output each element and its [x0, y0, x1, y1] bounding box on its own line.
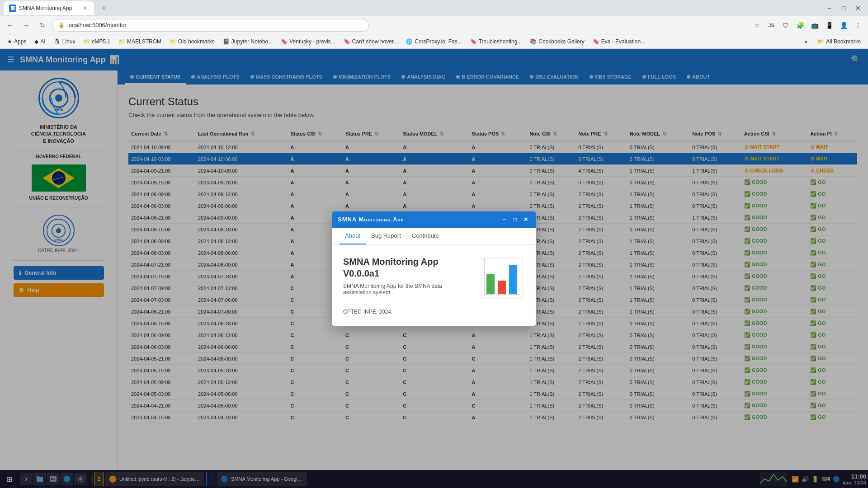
bookmarks-bar: ★ Apps ◆ AI 🐧 Linux 📁 cMP5.1 📁 MAELSTROM… — [0, 34, 868, 49]
bookmark-ai-label: AI — [40, 38, 45, 45]
browser-titlebar: 📊 SMNA Monitoring App ✕ + − □ ✕ — [0, 0, 868, 16]
modal-copyright: CPTEC-INPE, 2024. — [343, 309, 471, 315]
ventusky-icon: 🔖 — [281, 38, 288, 45]
bookmark-cmp-label: cMP5.1 — [92, 38, 110, 45]
modal-chart-svg — [480, 256, 525, 301]
bookmark-maelstrom-label: MAELSTROM — [127, 38, 161, 45]
modal-chart — [480, 256, 525, 301]
ai-icon: ◆ — [34, 38, 38, 45]
bookmark-apps-label: Apps — [14, 38, 26, 45]
bookmark-cors-label: CorsProxy.io: Fas... — [415, 38, 462, 45]
bookmark-linux[interactable]: 🐧 Linux — [50, 38, 79, 46]
bookmark-hover-label: Can't show hover... — [352, 38, 398, 45]
maximize-button[interactable]: □ — [837, 2, 850, 14]
all-bookmarks-label: All Bookmarks — [826, 38, 861, 45]
tab-favicon: 📊 — [9, 5, 16, 12]
folder-icon-2: 📁 — [118, 38, 125, 45]
modal-maximize-button[interactable]: □ — [510, 215, 519, 224]
modal-tab-about[interactable]: About — [340, 228, 366, 244]
modal-overlay[interactable]: SMNA Monitoring App − □ ✕ About Bug Repo… — [0, 49, 868, 488]
svg-rect-9 — [486, 274, 495, 294]
bookmark-old[interactable]: 📁 Old bookmarks — [166, 38, 218, 46]
all-bookmarks-button[interactable]: 📂 All Bookmarks — [814, 38, 864, 46]
new-tab-button[interactable]: + — [98, 2, 110, 14]
linux-icon: 🐧 — [54, 38, 61, 45]
address-bar[interactable]: 🔒 localhost:5006/monitor — [52, 19, 369, 32]
bookmark-cors[interactable]: 🌐 CorsProxy.io: Fas... — [402, 38, 465, 46]
cookbooks-icon: 📚 — [530, 38, 537, 45]
bookmark-star-icon[interactable]: ☆ — [750, 19, 763, 32]
profile-icon[interactable]: 👤 — [837, 19, 850, 32]
hover-icon: 🔖 — [344, 38, 350, 45]
cast-icon[interactable]: 📺 — [808, 19, 821, 32]
browser-tab[interactable]: 📊 SMNA Monitoring App ✕ — [4, 1, 94, 15]
lock-icon: 🔒 — [58, 22, 65, 28]
eva-icon: 🔖 — [593, 38, 599, 45]
adblock-icon[interactable]: 🛡 — [779, 19, 792, 32]
modal-controls: − □ ✕ — [500, 215, 530, 224]
cors-icon: 🌐 — [406, 38, 413, 45]
url-text: localhost:5006/monitor — [67, 22, 127, 28]
troubleshoot-icon: 🔖 — [470, 38, 477, 45]
bookmark-eva-label: Eva - Evaluation... — [601, 38, 645, 45]
extensions-icon[interactable]: 🧩 — [794, 19, 807, 32]
bookmark-cookbooks-label: Cookbooks Gallery — [538, 38, 584, 45]
svg-rect-11 — [509, 265, 517, 294]
forward-button[interactable]: → — [20, 19, 33, 32]
browser-chrome: 📊 SMNA Monitoring App ✕ + − □ ✕ ← → ↻ 🔒 … — [0, 0, 868, 49]
bookmark-ventusky[interactable]: 🔖 Ventusky - previs... — [277, 38, 339, 46]
modal-divider — [343, 303, 471, 303]
folder-icon-1: 📁 — [83, 38, 90, 45]
modal-body: SMNA Monitoring App V0.0.0a1 SMNA Monito… — [332, 245, 536, 326]
bookmark-old-label: Old bookmarks — [178, 38, 215, 45]
reload-button[interactable]: ↻ — [36, 19, 49, 32]
modal-app-name: SMNA Monitoring App V0.0.0a1 — [343, 256, 471, 279]
back-button[interactable]: ← — [4, 19, 16, 32]
bookmark-ai[interactable]: ◆ AI — [31, 38, 49, 46]
all-bookmarks-icon: 📂 — [817, 38, 824, 45]
bookmark-jupyter-label: Jupyter Notebo... — [231, 38, 273, 45]
bookmark-hover[interactable]: 🔖 Can't show hover... — [340, 38, 402, 46]
modal-tabs: About Bug Report Contribute — [332, 228, 536, 245]
modal-close-button[interactable]: ✕ — [521, 215, 530, 224]
folder-icon-3: 📁 — [170, 38, 176, 45]
phone-icon[interactable]: 📱 — [823, 19, 835, 32]
svg-rect-10 — [498, 281, 506, 294]
browser-toolbar: ← → ↻ 🔒 localhost:5006/monitor ☆ JS 🛡 🧩 … — [0, 16, 868, 34]
js-icon[interactable]: JS — [765, 19, 778, 32]
window-controls: − □ ✕ — [823, 2, 864, 14]
modal-minimize-button[interactable]: − — [500, 215, 509, 224]
bookmark-linux-label: Linux — [62, 38, 75, 45]
bookmark-jupyter[interactable]: 📓 Jupyter Notebo... — [219, 38, 276, 46]
bookmark-maelstrom[interactable]: 📁 MAELSTROM — [115, 38, 165, 46]
bookmark-troubleshoot[interactable]: 🔖 Troubleshooting... — [467, 38, 526, 46]
tab-title: SMNA Monitoring App — [19, 5, 72, 11]
bookmark-troubleshoot-label: Troubleshooting... — [479, 38, 522, 45]
modal-text: SMNA Monitoring App V0.0.0a1 SMNA Monito… — [343, 256, 471, 315]
tab-close-button[interactable]: ✕ — [81, 5, 89, 12]
modal-tab-contribute[interactable]: Contribute — [406, 228, 444, 244]
menu-dots-icon[interactable]: ⋮ — [852, 19, 864, 32]
bookmark-cookbooks[interactable]: 📚 Cookbooks Gallery — [526, 38, 588, 46]
close-window-button[interactable]: ✕ — [852, 2, 864, 14]
jupyter-icon: 📓 — [223, 38, 230, 45]
modal-description: SMNA Monitoring App for the SMNA data as… — [343, 283, 471, 296]
about-modal: SMNA Monitoring App − □ ✕ About Bug Repo… — [332, 211, 536, 326]
modal-tab-bug-report[interactable]: Bug Report — [366, 228, 406, 244]
toolbar-icons: ☆ JS 🛡 🧩 📺 📱 👤 ⋮ — [750, 19, 864, 32]
bookmark-apps[interactable]: ★ Apps — [4, 38, 30, 46]
apps-icon: ★ — [7, 38, 12, 45]
bookmarks-overflow-button[interactable]: » — [801, 38, 811, 46]
minimize-button[interactable]: − — [823, 2, 835, 14]
modal-titlebar: SMNA Monitoring App − □ ✕ — [332, 211, 536, 228]
bookmark-ventusky-label: Ventusky - previs... — [289, 38, 335, 45]
bookmark-cmp[interactable]: 📁 cMP5.1 — [80, 38, 114, 46]
modal-title-text: SMNA Monitoring App — [338, 216, 404, 223]
bookmark-eva[interactable]: 🔖 Eva - Evaluation... — [589, 38, 649, 46]
